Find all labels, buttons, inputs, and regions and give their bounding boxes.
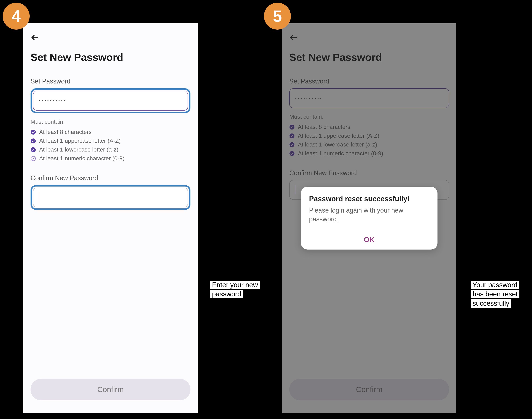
- annotation-step-5: Your password has been reset successfull…: [471, 280, 530, 308]
- check-filled-icon: [30, 130, 36, 135]
- step-badge-4: 4: [3, 3, 30, 30]
- check-outline-icon: [30, 156, 36, 161]
- annotation-step-4: Enter your new password: [210, 280, 264, 299]
- password-rules-list: At least 8 characters At least 1 upperca…: [30, 129, 191, 162]
- rule-item: At least 1 lowercase letter (a-z): [30, 146, 191, 153]
- text-cursor: [39, 193, 39, 202]
- modal-title: Password reset successfully!: [309, 195, 429, 203]
- rule-text: At least 1 numeric character (0-9): [39, 155, 124, 162]
- step-badge-5: 5: [264, 3, 291, 30]
- confirm-password-input[interactable]: [33, 188, 188, 207]
- phone-step-4: Set New Password Set Password ··········…: [23, 23, 198, 413]
- set-password-input[interactable]: ··········: [33, 91, 188, 111]
- must-contain-label: Must contain:: [30, 118, 191, 125]
- set-password-highlight: ··········: [30, 88, 191, 113]
- success-modal: Password reset successfully! Please logi…: [301, 187, 437, 249]
- rule-item: At least 1 numeric character (0-9): [30, 155, 191, 162]
- rule-text: At least 1 uppercase letter (A-Z): [39, 138, 121, 144]
- rule-text: At least 8 characters: [39, 129, 92, 135]
- phone-step-5: Set New Password Set Password ··········…: [282, 23, 456, 413]
- check-filled-icon: [30, 147, 36, 152]
- confirm-password-highlight: [30, 185, 191, 210]
- confirm-password-label: Confirm New Password: [30, 174, 191, 182]
- confirm-button[interactable]: Confirm: [30, 379, 191, 400]
- rule-text: At least 1 lowercase letter (a-z): [39, 146, 118, 153]
- set-password-label: Set Password: [30, 78, 191, 85]
- modal-body-text: Please login again with your new passwor…: [309, 206, 429, 223]
- rule-item: At least 1 uppercase letter (A-Z): [30, 138, 191, 144]
- page-title: Set New Password: [30, 51, 191, 63]
- back-icon[interactable]: [30, 33, 39, 44]
- modal-ok-button[interactable]: OK: [301, 230, 437, 249]
- rule-item: At least 8 characters: [30, 129, 191, 135]
- check-filled-icon: [30, 138, 36, 144]
- password-masked-value: ··········: [39, 97, 67, 104]
